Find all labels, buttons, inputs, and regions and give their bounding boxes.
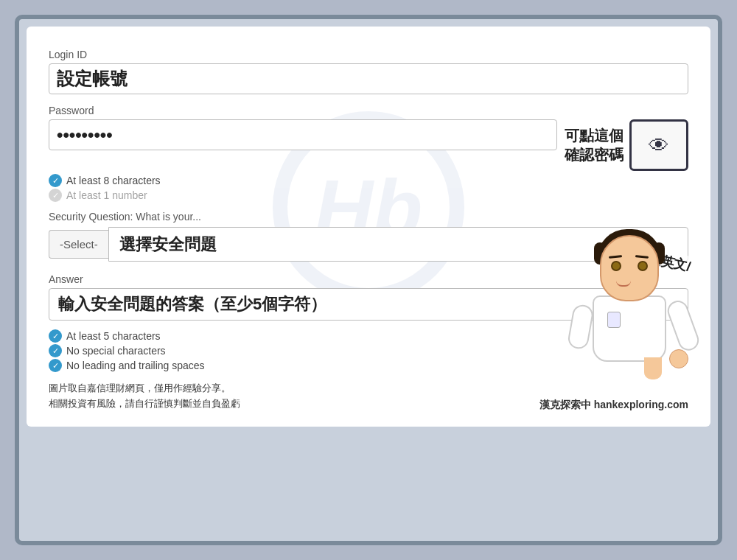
outer-frame: Hb Login ID Password 可點這個 確認密	[15, 15, 722, 545]
answer-section: Answer ✓ At least 5 characters ✓ No spec…	[49, 273, 688, 372]
footer-section: 圖片取自嘉信理財網頁，僅用作經驗分享。 相關投資有風險，請自行謹慎判斷並自負盈虧…	[49, 381, 688, 412]
inner-card: Hb Login ID Password 可點這個 確認密	[27, 27, 710, 427]
security-question-label: Security Question: What is your...	[49, 211, 688, 223]
answer-hint-2: ✓ No special characters	[49, 344, 688, 357]
password-input[interactable]	[49, 119, 557, 150]
answer-check-2: ✓	[49, 344, 62, 357]
answer-check-3: ✓	[49, 359, 62, 372]
login-id-input[interactable]	[49, 63, 688, 94]
answer-label: Answer	[49, 273, 688, 285]
eye-icon: 👁	[649, 133, 669, 158]
password-section: Password 可點這個 確認密碼 👁	[49, 105, 688, 202]
security-question-select[interactable]: 選擇安全問題	[108, 227, 688, 262]
login-id-label: Login ID	[49, 49, 688, 60]
password-hint-1: ✓ At least 8 characters	[49, 174, 688, 187]
password-hint-2: ✓ At least 1 number	[49, 189, 688, 202]
footer-brand: 漢克探索中 hankexploring.com	[539, 399, 688, 412]
select-wrapper: -Select- 選擇安全問題 \我是填英文/	[49, 227, 688, 262]
eye-col: 可點這個 確認密碼 👁	[565, 119, 688, 171]
password-label: Password	[49, 105, 688, 116]
footer-disclaimer: 圖片取自嘉信理財網頁，僅用作經驗分享。 相關投資有風險，請自行謹慎判斷並自負盈虧	[49, 381, 240, 412]
answer-hint-1: ✓ At least 5 characters	[49, 329, 688, 343]
answer-hint-3: ✓ No leading and trailing spaces	[49, 359, 688, 372]
password-row: 可點這個 確認密碼 👁	[49, 119, 688, 171]
answer-input[interactable]	[49, 288, 688, 321]
eye-button[interactable]: 👁	[629, 119, 688, 171]
select-prefix: -Select-	[49, 230, 108, 259]
answer-check-1: ✓	[49, 329, 62, 343]
callout-text: 可點這個 確認密碼	[565, 126, 624, 164]
select-row: -Select- 選擇安全問題	[49, 227, 688, 262]
answer-hints: ✓ At least 5 characters ✓ No special cha…	[49, 329, 688, 372]
security-question-section: Security Question: What is your... -Sele…	[49, 211, 688, 262]
check-icon-2: ✓	[49, 189, 62, 202]
password-hints: ✓ At least 8 characters ✓ At least 1 num…	[49, 174, 688, 202]
password-input-col	[49, 119, 557, 150]
login-id-section: Login ID	[49, 49, 688, 105]
check-icon-1: ✓	[49, 174, 62, 187]
